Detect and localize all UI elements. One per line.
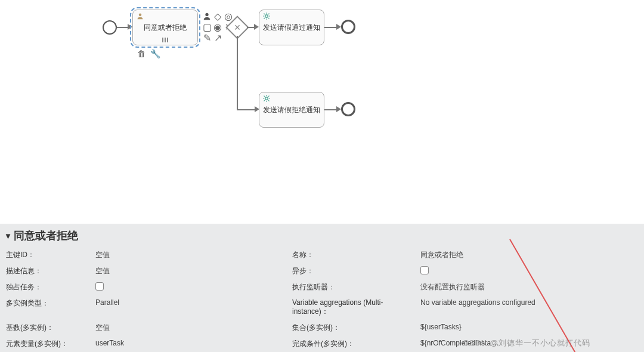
property-label: 集合(多实例)： — [292, 323, 414, 333]
checkbox[interactable] — [95, 282, 104, 291]
property-value[interactable]: 没有配置执行监听器 — [420, 282, 587, 292]
property-label: 描述信息： — [6, 266, 89, 276]
wrench-icon[interactable]: 🔧 — [150, 49, 160, 58]
start-event[interactable] — [103, 20, 117, 35]
service-task-reject-notify[interactable]: 发送请假拒绝通知 — [259, 92, 324, 128]
property-value[interactable]: 空值 — [95, 250, 244, 260]
chevron-down-icon: ▾ — [6, 231, 10, 240]
checkbox[interactable] — [420, 266, 429, 274]
spacer — [250, 339, 286, 349]
sequence-flow — [324, 27, 338, 28]
arrow-icon — [254, 24, 259, 30]
end-event-2[interactable] — [341, 102, 355, 116]
property-label: 多实例类型： — [6, 298, 89, 317]
property-value[interactable]: Parallel — [95, 298, 244, 317]
service-task-approve-notify[interactable]: 发送请假通过通知 — [259, 10, 324, 45]
intermediate-event-icon[interactable]: ◉ — [213, 23, 222, 31]
property-label: 异步： — [292, 266, 414, 276]
property-label: 独占任务： — [6, 282, 89, 292]
spacer — [250, 298, 286, 317]
properties-grid: 主键ID：空值名称：同意或者拒绝描述信息：空值异步：独占任务：执行监听器：没有配… — [6, 250, 638, 352]
spacer — [250, 323, 286, 333]
property-value[interactable]: No variable aggregations configured — [420, 298, 587, 317]
service-task-label: 发送请假拒绝通知 — [263, 105, 320, 115]
sequence-flow — [237, 36, 238, 110]
property-value[interactable]: userTask — [95, 339, 244, 349]
bpmn-canvas[interactable]: 同意或者拒绝 ◇ ◎ ▢ ◉ ✕ ✎ ↗ 🗑 🔧 发送请假通过通知 — [0, 0, 644, 221]
task-tools: 🗑 🔧 — [137, 49, 160, 58]
property-value[interactable]: 空值 — [95, 266, 244, 276]
property-value[interactable]: 空值 — [95, 323, 244, 333]
property-label: 名称： — [292, 250, 414, 260]
user-task-label: 同意或者拒绝 — [144, 23, 187, 33]
arrow-icon — [336, 106, 341, 112]
sequence-flow — [324, 109, 338, 110]
end-event-icon[interactable]: ◎ — [224, 12, 233, 20]
property-label: 主键ID： — [6, 250, 89, 260]
property-label: 执行监听器： — [292, 282, 414, 292]
property-value[interactable] — [95, 282, 244, 292]
svg-point-0 — [139, 14, 142, 17]
trash-icon[interactable]: 🗑 — [137, 49, 145, 58]
svg-point-1 — [205, 13, 208, 16]
svg-point-2 — [265, 15, 268, 18]
sequence-flow — [237, 109, 256, 110]
property-label: 基数(多实例)： — [6, 323, 89, 333]
property-label: 完成条件(多实例)： — [292, 339, 414, 349]
end-event-1[interactable] — [341, 20, 355, 34]
property-value[interactable]: 同意或者拒绝 — [420, 250, 587, 260]
service-task-label: 发送请假通过通知 — [263, 23, 320, 33]
property-value[interactable] — [420, 266, 587, 276]
user-icon[interactable] — [203, 12, 211, 20]
multi-instance-icon — [162, 38, 168, 42]
property-label: Variable aggregations (Multi-instance)： — [292, 298, 414, 317]
gear-icon — [263, 13, 270, 20]
watermark: CSDN @刘德华一不小心就打代码 — [463, 338, 590, 348]
context-toolbar-3: ✎ ↗ — [203, 33, 222, 42]
context-toolbar: ◇ ◎ — [203, 12, 233, 20]
panel-title: 同意或者拒绝 — [14, 229, 78, 243]
spacer — [250, 282, 286, 292]
user-task-approve-reject[interactable]: 同意或者拒绝 — [132, 10, 198, 45]
connect-icon[interactable]: ↗ — [213, 33, 222, 42]
spacer — [250, 266, 286, 276]
sequence-flow — [117, 27, 129, 28]
panel-header[interactable]: ▾ 同意或者拒绝 — [6, 229, 638, 243]
arrow-icon — [336, 24, 341, 30]
text-annotation-icon[interactable]: ✎ — [203, 33, 211, 42]
task-icon[interactable]: ▢ — [203, 23, 211, 31]
user-icon — [137, 13, 144, 20]
arrow-icon — [128, 24, 132, 30]
gateway-icon[interactable]: ◇ — [213, 12, 222, 20]
properties-panel: ▾ 同意或者拒绝 主键ID：空值名称：同意或者拒绝描述信息：空值异步：独占任务：… — [0, 224, 644, 352]
property-label: 元素变量(多实例)： — [6, 339, 89, 349]
spacer — [250, 250, 286, 260]
svg-point-3 — [265, 97, 268, 100]
gear-icon — [263, 95, 270, 102]
